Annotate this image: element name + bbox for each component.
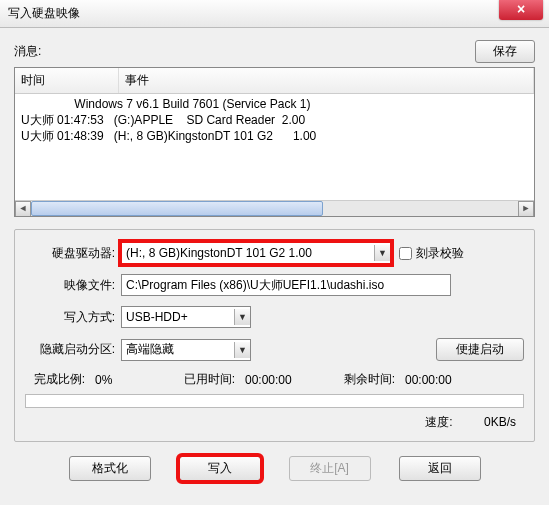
elapsed-label: 已用时间:: [165, 371, 235, 388]
image-value: C:\Program Files (x86)\U大师UEFI1.1\udashi…: [126, 277, 384, 294]
horizontal-scrollbar[interactable]: ◄ ►: [15, 200, 534, 216]
content-area: 消息: 保存 时间 事件 Windows 7 v6.1 Build 7601 (…: [0, 28, 549, 505]
col-time[interactable]: 时间: [15, 68, 119, 93]
mode-label: 写入方式:: [25, 309, 115, 326]
verify-checkbox-input[interactable]: [399, 247, 412, 260]
hidden-select[interactable]: 高端隐藏 ▼: [121, 339, 251, 361]
image-field[interactable]: C:\Program Files (x86)\U大师UEFI1.1\udashi…: [121, 274, 451, 296]
drive-value: (H:, 8 GB)KingstonDT 101 G2 1.00: [126, 246, 312, 260]
verify-checkbox[interactable]: 刻录校验: [399, 245, 489, 262]
scroll-right-icon[interactable]: ►: [518, 201, 534, 217]
chevron-down-icon[interactable]: ▼: [234, 309, 250, 325]
hidden-label: 隐藏启动分区:: [25, 341, 115, 358]
log-panel: 时间 事件 Windows 7 v6.1 Build 7601 (Service…: [14, 67, 535, 217]
elapsed-value: 00:00:00: [245, 373, 315, 387]
mode-select[interactable]: USB-HDD+ ▼: [121, 306, 251, 328]
log-line: U大师 01:48:39 (H:, 8 GB)KingstonDT 101 G2…: [21, 129, 316, 143]
speed-label: 速度:: [425, 415, 452, 429]
mode-value: USB-HDD+: [126, 310, 188, 324]
close-button[interactable]: ×: [499, 0, 543, 20]
log-body: Windows 7 v6.1 Build 7601 (Service Pack …: [15, 94, 534, 202]
remain-label: 剩余时间:: [325, 371, 395, 388]
write-button[interactable]: 写入: [179, 456, 261, 481]
verify-label: 刻录校验: [416, 245, 464, 262]
scroll-left-icon[interactable]: ◄: [15, 201, 31, 217]
back-button[interactable]: 返回: [399, 456, 481, 481]
window-title: 写入硬盘映像: [8, 5, 80, 22]
progress-bar: [25, 394, 524, 408]
titlebar: 写入硬盘映像 ×: [0, 0, 549, 28]
format-button[interactable]: 格式化: [69, 456, 151, 481]
speed-value: 0KB/s: [456, 415, 516, 429]
chevron-down-icon[interactable]: ▼: [374, 245, 390, 261]
message-label: 消息:: [14, 43, 41, 60]
button-bar: 格式化 写入 终止[A] 返回: [14, 456, 535, 481]
abort-button: 终止[A]: [289, 456, 371, 481]
scroll-thumb[interactable]: [31, 201, 323, 216]
quickboot-button[interactable]: 便捷启动: [436, 338, 524, 361]
hidden-value: 高端隐藏: [126, 341, 174, 358]
drive-label: 硬盘驱动器:: [25, 245, 115, 262]
log-line: Windows 7 v6.1 Build 7601 (Service Pack …: [21, 97, 310, 111]
form-panel: 硬盘驱动器: (H:, 8 GB)KingstonDT 101 G2 1.00 …: [14, 229, 535, 442]
remain-value: 00:00:00: [405, 373, 452, 387]
drive-select[interactable]: (H:, 8 GB)KingstonDT 101 G2 1.00 ▼: [121, 242, 391, 264]
scroll-track[interactable]: [31, 201, 518, 216]
image-label: 映像文件:: [25, 277, 115, 294]
progress-label: 完成比例:: [25, 371, 85, 388]
col-event[interactable]: 事件: [119, 68, 534, 93]
progress-value: 0%: [95, 373, 155, 387]
log-line: U大师 01:47:53 (G:)APPLE SD Card Reader 2.…: [21, 113, 305, 127]
save-button[interactable]: 保存: [475, 40, 535, 63]
status-row: 完成比例: 0% 已用时间: 00:00:00 剩余时间: 00:00:00: [25, 371, 524, 388]
chevron-down-icon[interactable]: ▼: [234, 342, 250, 358]
log-header: 时间 事件: [15, 68, 534, 94]
